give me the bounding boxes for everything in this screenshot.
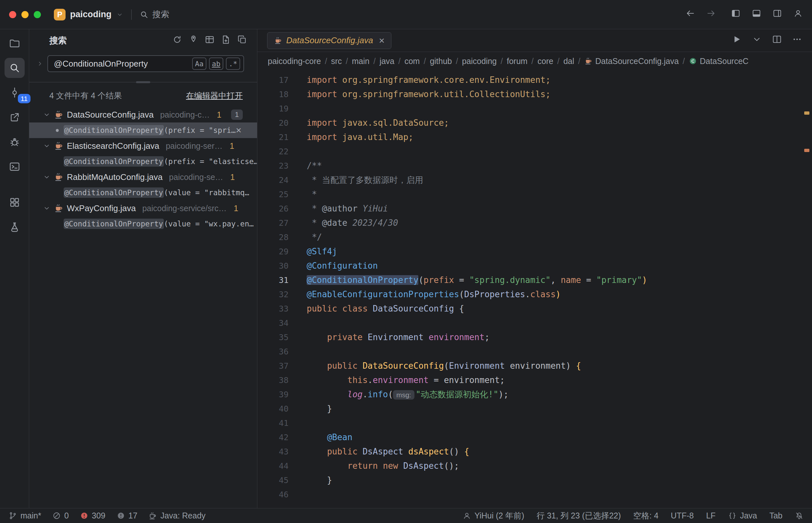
- code-line[interactable]: 35 private Environment environment;: [257, 330, 812, 344]
- activity-share-button[interactable]: [4, 107, 25, 127]
- global-search-button[interactable]: 搜索: [139, 9, 169, 20]
- code-line[interactable]: 31@ConditionalOnProperty(prefix = "sprin…: [257, 273, 812, 287]
- match-case-toggle[interactable]: Aa: [192, 57, 206, 70]
- breadcrumb-item[interactable]: paicoding: [462, 56, 496, 66]
- split-editor-button[interactable]: [772, 34, 782, 47]
- run-options-button[interactable]: [752, 34, 762, 47]
- code-line[interactable]: 36: [257, 344, 812, 359]
- notifications[interactable]: [795, 511, 804, 520]
- search-result-match-row[interactable]: @ConditionalOnProperty(prefix = "elastic…: [29, 154, 257, 169]
- toggle-left-panel-button[interactable]: [731, 8, 741, 20]
- breadcrumb-item[interactable]: java: [379, 56, 394, 66]
- vcs-author[interactable]: YiHui (2 年前): [462, 510, 524, 521]
- code-line[interactable]: 29@Slf4j: [257, 244, 812, 258]
- more-options-button[interactable]: [792, 34, 802, 47]
- code-line[interactable]: 23/**: [257, 159, 812, 173]
- file-type[interactable]: Java: [728, 511, 757, 520]
- grid-view-button[interactable]: [205, 34, 215, 47]
- code-area[interactable]: 17import org.springframework.core.env.En…: [257, 70, 812, 508]
- code-line[interactable]: 40 }: [257, 401, 812, 416]
- copy-results-button[interactable]: [237, 34, 247, 47]
- regex-toggle[interactable]: .*: [226, 57, 240, 70]
- activity-search-button[interactable]: [4, 58, 25, 78]
- fullscreen-window-button[interactable]: [34, 11, 41, 18]
- breadcrumb-item[interactable]: github: [430, 56, 452, 66]
- code-line[interactable]: 44 return new DsAspect();: [257, 459, 812, 473]
- code-line[interactable]: 19: [257, 101, 812, 116]
- code-line[interactable]: 32@EnableConfigurationProperties(DsPrope…: [257, 287, 812, 302]
- close-window-button[interactable]: [9, 11, 16, 18]
- code-line[interactable]: 46: [257, 487, 812, 502]
- minimize-window-button[interactable]: [21, 11, 29, 18]
- breadcrumb-item[interactable]: forum: [507, 56, 527, 66]
- code-line[interactable]: 25 *: [257, 187, 812, 201]
- breadcrumb-item[interactable]: com: [404, 56, 420, 66]
- activity-commit-button[interactable]: 11: [4, 83, 25, 103]
- code-line[interactable]: 27 * @date 2023/4/30: [257, 216, 812, 230]
- remove-result-button[interactable]: ×: [235, 125, 242, 136]
- code-line[interactable]: 26 * @author YiHui: [257, 201, 812, 216]
- code-line[interactable]: 30@Configuration: [257, 258, 812, 273]
- problems-errors[interactable]: 309: [80, 511, 106, 520]
- code-line[interactable]: 24 * 当配置了多数据源时，启用: [257, 173, 812, 187]
- activity-project-button[interactable]: [4, 33, 25, 53]
- code-line[interactable]: 39 log.info(msg:"动态数据源初始化!");: [257, 387, 812, 401]
- code-line[interactable]: 21import java.util.Map;: [257, 130, 812, 144]
- expand-replace-chevron-icon[interactable]: [36, 60, 43, 67]
- editor-tab[interactable]: DataSourceConfig.java ×: [267, 32, 391, 49]
- tab-indicator[interactable]: Tab: [770, 511, 782, 520]
- code-line[interactable]: 28 */: [257, 230, 812, 244]
- encoding[interactable]: UTF-8: [671, 511, 694, 520]
- breadcrumb-item[interactable]: src: [331, 56, 342, 66]
- activity-terminal-button[interactable]: [4, 157, 25, 177]
- activity-plugins-button[interactable]: [4, 192, 25, 213]
- pin-button[interactable]: [188, 34, 199, 47]
- new-file-button[interactable]: [221, 34, 231, 47]
- breadcrumb-item[interactable]: DataSourceC: [689, 56, 749, 66]
- toggle-right-panel-button[interactable]: [772, 8, 782, 20]
- refresh-button[interactable]: [172, 34, 183, 47]
- search-result-file-row[interactable]: RabbitMqAutoConfig.javapaicoding-se…1: [29, 169, 257, 185]
- problems-none[interactable]: 0: [52, 511, 69, 520]
- breadcrumb-item[interactable]: paicoding-core: [268, 56, 321, 66]
- code-line[interactable]: 34: [257, 316, 812, 330]
- line-separator[interactable]: LF: [706, 511, 716, 520]
- search-result-match-row[interactable]: @ConditionalOnProperty(value = "wx.pay.e…: [29, 216, 257, 232]
- code-line[interactable]: 33public class DataSourceConfig {: [257, 302, 812, 316]
- search-result-file-row[interactable]: WxPayConfig.javapaicoding-service/src…1: [29, 200, 257, 216]
- panel-splitter[interactable]: [29, 82, 257, 83]
- user-profile-button[interactable]: [793, 8, 803, 20]
- breadcrumb-item[interactable]: DataSourceConfig.java: [584, 56, 679, 66]
- breadcrumb-item[interactable]: dal: [563, 56, 574, 66]
- code-line[interactable]: 42 @Bean: [257, 430, 812, 445]
- indent[interactable]: 空格: 4: [633, 510, 659, 521]
- run-button[interactable]: [732, 34, 742, 47]
- problems-warnings[interactable]: 17: [116, 511, 138, 520]
- code-line[interactable]: 41: [257, 416, 812, 430]
- breadcrumb-item[interactable]: core: [537, 56, 553, 66]
- toggle-bottom-panel-button[interactable]: [752, 8, 761, 20]
- code-line[interactable]: 17import org.springframework.core.env.En…: [257, 73, 812, 87]
- search-input[interactable]: @ConditionalOnProperty Aaab.*: [48, 55, 244, 72]
- search-result-file-row[interactable]: ElasticsearchConfig.javapaicoding-ser…1: [29, 138, 257, 154]
- code-line[interactable]: 22: [257, 144, 812, 159]
- branch-widget[interactable]: main*: [8, 511, 41, 520]
- code-line[interactable]: 18import org.springframework.util.Collec…: [257, 87, 812, 101]
- code-line[interactable]: 45 }: [257, 473, 812, 487]
- project-selector[interactable]: P paicoding: [54, 9, 123, 20]
- activity-tests-button[interactable]: [4, 217, 25, 237]
- code-line[interactable]: 37 public DataSourceConfig(Environment e…: [257, 359, 812, 373]
- code-line[interactable]: 20import javax.sql.DataSource;: [257, 116, 812, 130]
- language-status[interactable]: Java: Ready: [148, 511, 205, 520]
- search-result-match-row[interactable]: @ConditionalOnProperty(value = "rabbitmq…: [29, 185, 257, 200]
- activity-debug-button[interactable]: [4, 132, 25, 152]
- search-result-file-row[interactable]: DataSourceConfig.javapaicoding-c…11: [29, 107, 257, 123]
- caret-position[interactable]: 行 31, 列 23 (已选择22): [536, 510, 621, 521]
- back-button[interactable]: [685, 8, 695, 20]
- close-tab-button[interactable]: ×: [379, 36, 384, 46]
- forward-button[interactable]: [706, 8, 716, 20]
- whole-words-toggle[interactable]: ab: [209, 57, 223, 70]
- code-line[interactable]: 38 this.environment = environment;: [257, 373, 812, 387]
- open-in-editor-link[interactable]: 在编辑器中打开: [186, 90, 243, 101]
- search-result-match-row[interactable]: @ConditionalOnProperty(prefix = "spri…×: [29, 123, 257, 138]
